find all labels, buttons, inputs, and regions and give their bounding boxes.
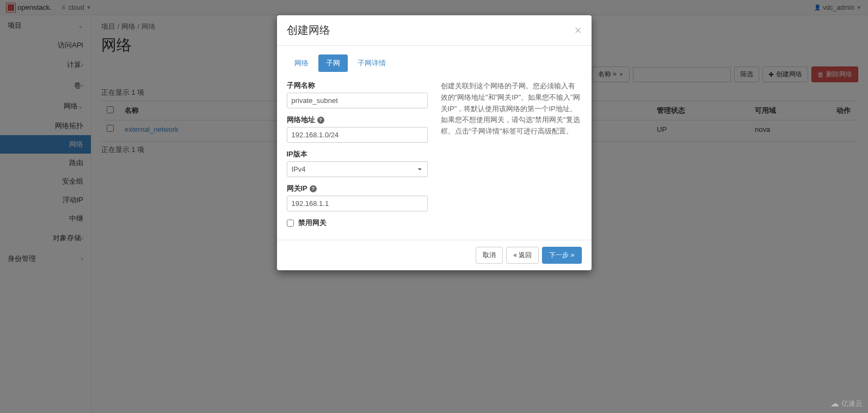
input-network-address[interactable]: [287, 127, 428, 143]
form-column: 子网名称 网络地址? IP版本 IPv4 网关IP?: [287, 81, 428, 234]
modal-title: 创建网络: [287, 23, 330, 38]
watermark: 亿速云: [830, 398, 863, 409]
help-icon[interactable]: ?: [317, 117, 324, 124]
tab-subnet-detail[interactable]: 子网详情: [350, 54, 393, 72]
next-button[interactable]: 下一步 »: [542, 247, 581, 264]
label-subnet-name: 子网名称: [287, 81, 428, 90]
tab-network[interactable]: 网络: [287, 54, 316, 72]
input-subnet-name[interactable]: [287, 93, 428, 108]
tab-subnet[interactable]: 子网: [318, 54, 348, 72]
label-disable-gateway: 禁用网关: [298, 218, 327, 228]
modal-overlay: 创建网络 × 网络 子网 子网详情 子网名称 网络地址?: [0, 0, 868, 413]
label-ip-version: IP版本: [287, 149, 428, 159]
label-network-address: 网络地址: [287, 115, 315, 125]
create-network-modal: 创建网络 × 网络 子网 子网详情 子网名称 网络地址?: [277, 15, 592, 270]
modal-header: 创建网络 ×: [277, 15, 592, 46]
help-text: 创建关联到这个网络的子网。您必须输入有效的"网络地址"和"网关IP"。如果您不输…: [441, 81, 582, 234]
checkbox-disable-gateway[interactable]: [287, 220, 294, 227]
input-gateway[interactable]: [287, 196, 428, 211]
select-ip-version[interactable]: IPv4: [287, 161, 428, 177]
cancel-button[interactable]: 取消: [476, 247, 503, 264]
modal-tabs: 网络 子网 子网详情: [287, 54, 582, 72]
back-button[interactable]: « 返回: [506, 247, 539, 264]
modal-footer: 取消 « 返回 下一步 »: [277, 240, 592, 270]
modal-body: 网络 子网 子网详情 子网名称 网络地址? IP版本: [277, 46, 592, 240]
help-icon[interactable]: ?: [310, 185, 317, 192]
label-gateway: 网关IP: [287, 184, 307, 193]
close-icon[interactable]: ×: [575, 25, 582, 37]
